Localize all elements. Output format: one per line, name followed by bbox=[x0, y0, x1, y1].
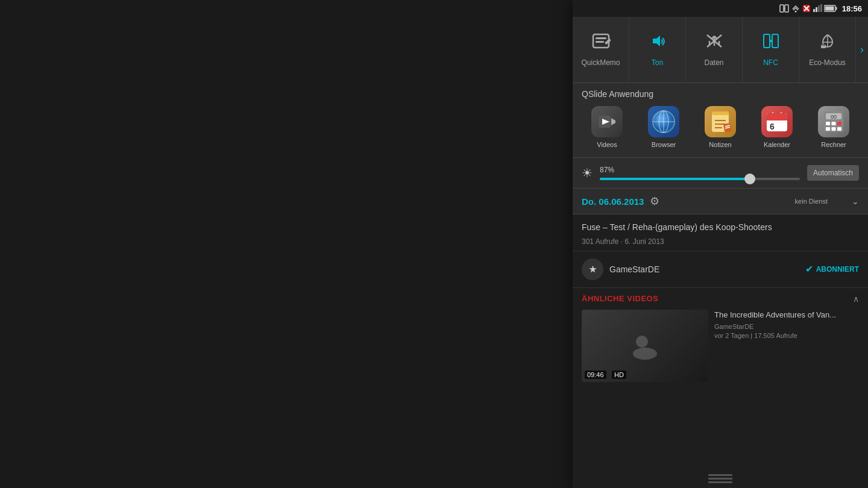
svg-rect-15 bbox=[825, 7, 834, 11]
svg-rect-0 bbox=[780, 5, 784, 12]
qs-item-quickmemo[interactable]: QuickMemo bbox=[573, 17, 629, 83]
video-hd-badge: HD bbox=[612, 371, 626, 379]
data-icon bbox=[705, 33, 724, 54]
qs-item-eco[interactable]: Eco-Modus bbox=[799, 17, 856, 83]
qs-label-eco: Eco-Modus bbox=[809, 58, 846, 67]
qs-label-ton: Ton bbox=[652, 58, 663, 67]
video-title: Fuse – Test / Reha-(gameplay) des Koop-S… bbox=[582, 222, 859, 234]
calculator-app-icon: 00 bbox=[818, 106, 849, 137]
qs-label-nfc: NFC bbox=[763, 58, 778, 67]
svg-rect-62 bbox=[832, 122, 836, 125]
video-meta: 301 Aufrufe · 6. Juni 2013 bbox=[582, 237, 859, 246]
svg-rect-11 bbox=[818, 5, 820, 12]
x-icon bbox=[802, 4, 811, 13]
channel-row: ★ GameStarDE ✔ ABONNIERT bbox=[573, 251, 868, 288]
similar-chevron-icon: ∧ bbox=[853, 294, 859, 304]
svg-point-67 bbox=[636, 336, 648, 348]
nav-line-1 bbox=[708, 474, 732, 476]
video-thumbnail-row: 09:46 HD The Incredible Adventures of Va… bbox=[573, 310, 868, 388]
qslide-app-kalender[interactable]: 6 Kalender bbox=[752, 106, 802, 148]
brightness-icon: ☀ bbox=[582, 166, 593, 180]
eco-icon bbox=[818, 33, 837, 54]
signal-bars-icon bbox=[813, 4, 822, 13]
nav-line-3 bbox=[708, 481, 732, 483]
qs-more-button[interactable]: › bbox=[856, 17, 868, 83]
svg-rect-61 bbox=[826, 122, 830, 125]
qslide-app-browser[interactable]: Browser bbox=[638, 106, 689, 148]
video-duration: 09:46 bbox=[585, 371, 606, 379]
browser-app-icon bbox=[648, 106, 679, 137]
svg-rect-63 bbox=[837, 122, 841, 125]
svg-rect-9 bbox=[813, 9, 815, 12]
nfc-status-icon bbox=[779, 4, 789, 13]
auto-brightness-button[interactable]: Automatisch bbox=[807, 165, 859, 181]
svg-point-68 bbox=[633, 348, 657, 360]
similar-videos-section: ÄHNLICHE VIDEOS ∧ 09:46 HD The Incredibl… bbox=[573, 288, 868, 388]
svg-rect-17 bbox=[596, 37, 606, 39]
svg-text:6: 6 bbox=[770, 122, 775, 131]
video-info: Fuse – Test / Reha-(gameplay) des Koop-S… bbox=[573, 214, 868, 251]
date-bar: Do. 06.06.2013 ⚙ kein Dienst ⌄ bbox=[573, 189, 868, 214]
brightness-fill bbox=[600, 178, 750, 180]
svg-rect-65 bbox=[832, 127, 836, 131]
svg-rect-64 bbox=[826, 127, 830, 131]
qslide-title: QSlide Anwendung bbox=[582, 89, 859, 99]
svg-rect-14 bbox=[835, 7, 837, 10]
status-icons bbox=[779, 4, 837, 13]
wifi-status-icon bbox=[791, 4, 800, 13]
video-views: 301 Aufrufe bbox=[582, 237, 618, 246]
svg-marker-36 bbox=[611, 118, 615, 125]
svg-rect-10 bbox=[816, 7, 817, 12]
phone-panel: 18:56 QuickMemo bbox=[573, 0, 868, 488]
channel-avatar: ★ bbox=[582, 258, 603, 280]
svg-rect-18 bbox=[596, 41, 604, 43]
thumb-details: The Incredible Adventures of Van... Game… bbox=[714, 310, 859, 382]
subscribe-button[interactable]: ✔ ABONNIERT bbox=[805, 263, 859, 275]
video-app-icon bbox=[591, 106, 623, 137]
sound-icon bbox=[648, 33, 667, 54]
similar-video-meta: vor 2 Tagen | 17.505 Aufrufe bbox=[714, 332, 859, 339]
status-time: 18:56 bbox=[842, 4, 862, 13]
svg-rect-66 bbox=[837, 127, 841, 131]
settings-icon[interactable]: ⚙ bbox=[650, 195, 659, 208]
qslide-label-videos: Videos bbox=[597, 141, 617, 148]
video-date: 6. Juni 2013 bbox=[624, 237, 664, 246]
service-status: kein Dienst bbox=[795, 198, 828, 205]
qs-label-quickmemo: QuickMemo bbox=[581, 58, 620, 67]
quick-settings-bar: QuickMemo Ton bbox=[573, 17, 868, 83]
dismiss-icon[interactable]: ⌄ bbox=[852, 196, 859, 206]
qslide-section: QSlide Anwendung Videos bbox=[573, 83, 868, 158]
qslide-app-notizen[interactable]: Notizen bbox=[695, 106, 746, 148]
qs-item-ton[interactable]: Ton bbox=[629, 17, 686, 83]
svg-text:00: 00 bbox=[831, 114, 837, 120]
qs-item-nfc[interactable]: NFC bbox=[743, 17, 799, 83]
qslide-app-rechner[interactable]: 00 Rechner bbox=[808, 106, 859, 148]
svg-rect-1 bbox=[785, 5, 788, 12]
svg-rect-28 bbox=[764, 34, 770, 48]
subscribe-checkmark: ✔ bbox=[805, 263, 813, 275]
similar-video-channel: GameStarDE bbox=[714, 323, 859, 330]
channel-name: GameStarDE bbox=[609, 264, 799, 274]
svg-marker-20 bbox=[653, 36, 660, 46]
svg-rect-44 bbox=[712, 111, 729, 115]
similar-title: ÄHNLICHE VIDEOS bbox=[582, 294, 658, 303]
brightness-thumb[interactable] bbox=[744, 174, 755, 184]
qslide-label-rechner: Rechner bbox=[821, 141, 846, 148]
content-area: Fuse – Test / Reha-(gameplay) des Koop-S… bbox=[573, 214, 868, 469]
bottom-nav bbox=[573, 469, 868, 488]
qslide-label-browser: Browser bbox=[652, 141, 676, 148]
brightness-slider[interactable] bbox=[600, 178, 800, 180]
similar-video-age: vor 2 Tagen bbox=[714, 332, 749, 339]
qslide-app-videos[interactable]: Videos bbox=[582, 106, 632, 148]
svg-rect-53 bbox=[767, 118, 787, 120]
video-thumbnail[interactable]: 09:46 HD bbox=[582, 310, 708, 382]
similar-header[interactable]: ÄHNLICHE VIDEOS ∧ bbox=[573, 288, 868, 310]
qslide-label-notizen: Notizen bbox=[709, 141, 731, 148]
similar-video-views: 17.505 Aufrufe bbox=[754, 332, 797, 339]
brightness-section: ☀ 87% Automatisch bbox=[573, 158, 868, 189]
qs-item-daten[interactable]: Daten bbox=[686, 17, 743, 83]
similar-video-title: The Incredible Adventures of Van... bbox=[714, 310, 859, 321]
svg-rect-57 bbox=[767, 122, 787, 122]
qs-label-daten: Daten bbox=[704, 58, 723, 67]
svg-point-5 bbox=[794, 11, 796, 13]
